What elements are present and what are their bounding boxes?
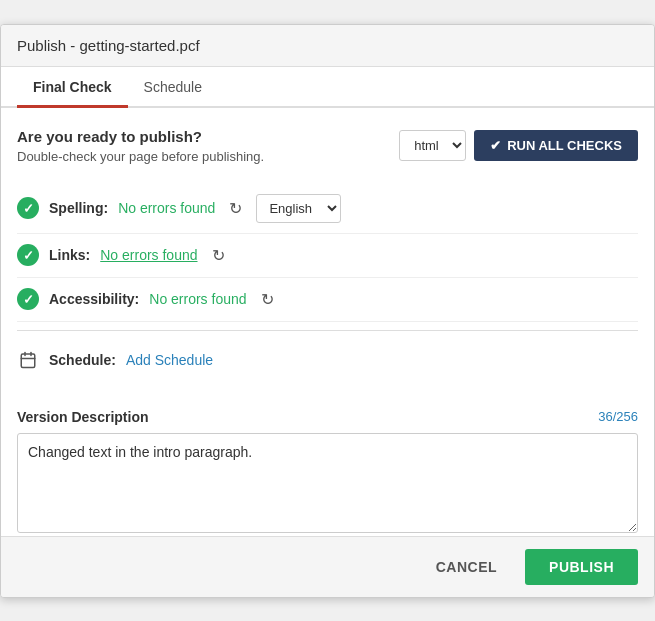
tabs-container: Final Check Schedule <box>1 67 654 108</box>
spelling-status-icon <box>17 197 39 219</box>
publish-header-right: html xml pdf ✔ RUN ALL CHECKS <box>399 130 638 161</box>
links-check-row: Links: No errors found ↻ <box>17 234 638 278</box>
schedule-label: Schedule: <box>49 352 116 368</box>
modal-title: Publish - getting-started.pcf <box>17 37 200 54</box>
cancel-button[interactable]: CANCEL <box>420 551 513 583</box>
version-section: Version Description 36/256 Changed text … <box>1 397 654 536</box>
publish-header-text: Are you ready to publish? Double-check y… <box>17 128 264 164</box>
modal-body: Are you ready to publish? Double-check y… <box>1 108 654 397</box>
accessibility-label: Accessibility: <box>49 291 139 307</box>
checkmark-icon: ✔ <box>490 138 501 153</box>
version-label: Version Description <box>17 409 148 425</box>
modal-title-bar: Publish - getting-started.pcf <box>1 25 654 67</box>
spelling-value: No errors found <box>118 200 215 216</box>
publish-question: Are you ready to publish? <box>17 128 264 145</box>
calendar-icon <box>17 349 39 371</box>
tab-final-check[interactable]: Final Check <box>17 67 128 108</box>
links-value[interactable]: No errors found <box>100 247 197 263</box>
links-status-icon <box>17 244 39 266</box>
run-all-checks-button[interactable]: ✔ RUN ALL CHECKS <box>474 130 638 161</box>
add-schedule-link[interactable]: Add Schedule <box>126 352 213 368</box>
version-count: 36/256 <box>598 409 638 424</box>
accessibility-value: No errors found <box>149 291 246 307</box>
links-label: Links: <box>49 247 90 263</box>
version-header: Version Description 36/256 <box>17 409 638 425</box>
spelling-label: Spelling: <box>49 200 108 216</box>
format-select[interactable]: html xml pdf <box>399 130 466 161</box>
links-refresh-button[interactable]: ↻ <box>208 244 229 267</box>
spelling-refresh-button[interactable]: ↻ <box>225 197 246 220</box>
modal-footer: CANCEL PUBLISH <box>1 536 654 597</box>
tab-schedule[interactable]: Schedule <box>128 67 218 108</box>
version-textarea[interactable]: Changed text in the intro paragraph. <box>17 433 638 533</box>
publish-header: Are you ready to publish? Double-check y… <box>17 128 638 164</box>
svg-rect-0 <box>21 354 35 368</box>
schedule-row: Schedule: Add Schedule <box>17 339 638 381</box>
spelling-check-row: Spelling: No errors found ↻ English Fren… <box>17 184 638 234</box>
accessibility-check-row: Accessibility: No errors found ↻ <box>17 278 638 322</box>
language-select[interactable]: English French Spanish German <box>256 194 341 223</box>
section-divider <box>17 330 638 331</box>
publish-modal: Publish - getting-started.pcf Final Chec… <box>0 24 655 598</box>
publish-button[interactable]: PUBLISH <box>525 549 638 585</box>
accessibility-refresh-button[interactable]: ↻ <box>257 288 278 311</box>
publish-description: Double-check your page before publishing… <box>17 149 264 164</box>
accessibility-status-icon <box>17 288 39 310</box>
